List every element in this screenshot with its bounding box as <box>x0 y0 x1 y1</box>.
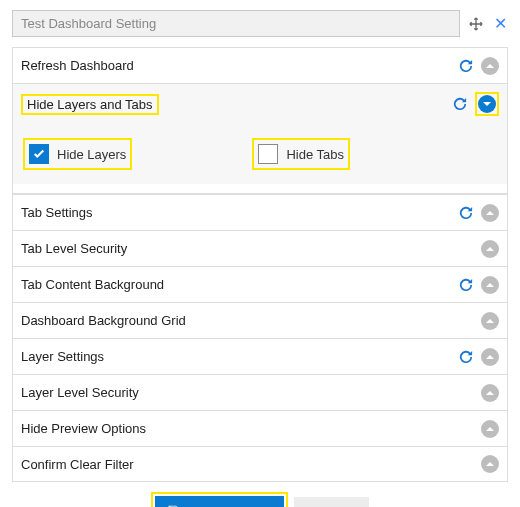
chevron-up-icon[interactable] <box>481 348 499 366</box>
hide-layers-checkbox[interactable] <box>29 144 49 164</box>
save-and-exit-button[interactable]: Save And Exit <box>155 496 284 507</box>
section-label: Confirm Clear Filter <box>21 457 481 472</box>
chevron-up-icon[interactable] <box>481 420 499 438</box>
section-label: Tab Level Security <box>21 241 481 256</box>
checkbox-label: Hide Layers <box>57 147 126 162</box>
hide-tabs-checkbox[interactable] <box>258 144 278 164</box>
move-icon[interactable] <box>468 16 484 32</box>
section-header-layer-settings[interactable]: Layer Settings <box>12 338 508 374</box>
chevron-up-icon[interactable] <box>481 276 499 294</box>
section-label: Layer Settings <box>21 349 459 364</box>
refresh-icon[interactable] <box>459 350 473 364</box>
section-header-layer-level-security[interactable]: Layer Level Security <box>12 374 508 410</box>
panel-title: Test Dashboard Setting <box>12 10 460 37</box>
refresh-icon[interactable] <box>459 206 473 220</box>
close-button[interactable]: ✕ Close <box>294 497 368 508</box>
section-label: Tab Content Background <box>21 277 459 292</box>
chevron-up-icon[interactable] <box>481 204 499 222</box>
section-header-tab-level-security[interactable]: Tab Level Security <box>12 230 508 266</box>
section-label: Refresh Dashboard <box>21 58 459 73</box>
section-label: Hide Layers and Tabs <box>21 94 453 115</box>
section-label: Tab Settings <box>21 205 459 220</box>
section-body-hide-layers-tabs: Hide Layers Hide Tabs <box>12 124 508 184</box>
chevron-up-icon[interactable] <box>481 57 499 75</box>
refresh-icon[interactable] <box>459 278 473 292</box>
section-header-tab-content-background[interactable]: Tab Content Background <box>12 266 508 302</box>
section-label: Layer Level Security <box>21 385 481 400</box>
section-header-tab-settings[interactable]: Tab Settings <box>12 194 508 230</box>
chevron-up-icon[interactable] <box>481 455 499 473</box>
checkbox-label: Hide Tabs <box>286 147 344 162</box>
refresh-icon[interactable] <box>453 97 467 111</box>
section-header-refresh-dashboard[interactable]: Refresh Dashboard <box>12 47 508 83</box>
chevron-up-icon[interactable] <box>481 312 499 330</box>
section-header-hide-layers-tabs[interactable]: Hide Layers and Tabs <box>12 83 508 124</box>
section-header-hide-preview-options[interactable]: Hide Preview Options <box>12 410 508 446</box>
close-icon[interactable]: ✕ <box>492 16 508 32</box>
chevron-down-icon[interactable] <box>478 95 496 113</box>
section-label: Dashboard Background Grid <box>21 313 481 328</box>
section-header-dashboard-background-grid[interactable]: Dashboard Background Grid <box>12 302 508 338</box>
section-label: Hide Preview Options <box>21 421 481 436</box>
chevron-up-icon[interactable] <box>481 240 499 258</box>
refresh-icon[interactable] <box>459 59 473 73</box>
section-header-confirm-clear-filter[interactable]: Confirm Clear Filter <box>12 446 508 482</box>
chevron-up-icon[interactable] <box>481 384 499 402</box>
